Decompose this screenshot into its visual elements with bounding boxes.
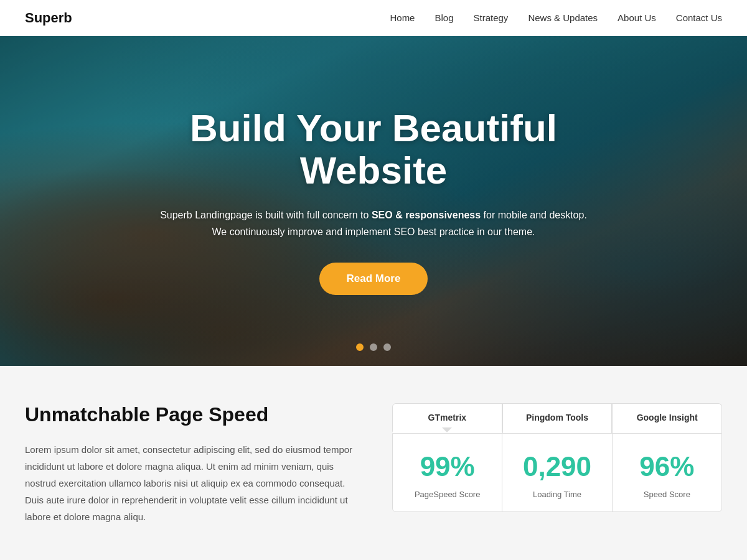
hero-subtitle-plain: Superb Landingpage is built with full co… [160,210,372,220]
metric-value-loading: 0,290 [512,451,601,482]
features-section: Unmatchable Page Speed Lorem ipsum dolor… [0,366,747,560]
nav-blog[interactable]: Blog [435,12,453,23]
metric-value-speed: 96% [622,451,712,482]
metrics-panel: GTmetrix Pingdom Tools Google Insight 99… [392,403,722,512]
read-more-button[interactable]: Read More [319,263,428,295]
hero-section: Build Your Beautiful Website Superb Land… [0,36,747,366]
metric-card-speed: 96% Speed Score [613,434,721,511]
metric-value-pagespeed: 99% [403,451,492,482]
nav-home[interactable]: Home [390,12,415,23]
slider-dot-1[interactable] [356,343,364,351]
slider-dot-2[interactable] [370,343,377,351]
metrics-tabs: GTmetrix Pingdom Tools Google Insight [392,403,722,433]
tab-gtmetrix[interactable]: GTmetrix [392,403,502,433]
features-text: Unmatchable Page Speed Lorem ipsum dolor… [25,403,355,525]
metric-card-pagespeed: 99% PageSpeed Score [393,434,502,511]
main-nav: Home Blog Strategy News & Updates About … [390,12,722,23]
slider-dots [356,343,391,351]
hero-subtitle-bold: SEO & responsiveness [372,210,481,220]
nav-about[interactable]: About Us [618,12,656,23]
nav-contact[interactable]: Contact Us [676,12,722,23]
tab-pingdom[interactable]: Pingdom Tools [502,403,613,433]
metrics-cards: 99% PageSpeed Score 0,290 Loading Time 9… [392,433,722,512]
metric-card-loading: 0,290 Loading Time [502,434,612,511]
header: Superb Home Blog Strategy News & Updates… [0,0,747,36]
metric-label-speed: Speed Score [622,490,712,499]
hero-content: Build Your Beautiful Website Superb Land… [125,107,622,296]
nav-news[interactable]: News & Updates [528,12,598,23]
logo: Superb [25,10,72,26]
nav-strategy[interactable]: Strategy [474,12,509,23]
hero-title: Build Your Beautiful Website [149,107,598,192]
hero-subtitle-after: for mobile and desktop. [481,210,587,220]
hero-subtitle-line2: We continuously improve and implement SE… [212,226,535,237]
features-title: Unmatchable Page Speed [25,403,355,426]
slider-dot-3[interactable] [383,343,391,351]
hero-subtitle: Superb Landingpage is built with full co… [149,207,598,240]
tab-google-insight[interactable]: Google Insight [612,403,722,433]
metric-label-loading: Loading Time [512,490,601,499]
features-body: Lorem ipsum dolor sit amet, consectetur … [25,441,355,525]
metric-label-pagespeed: PageSpeed Score [403,490,492,499]
